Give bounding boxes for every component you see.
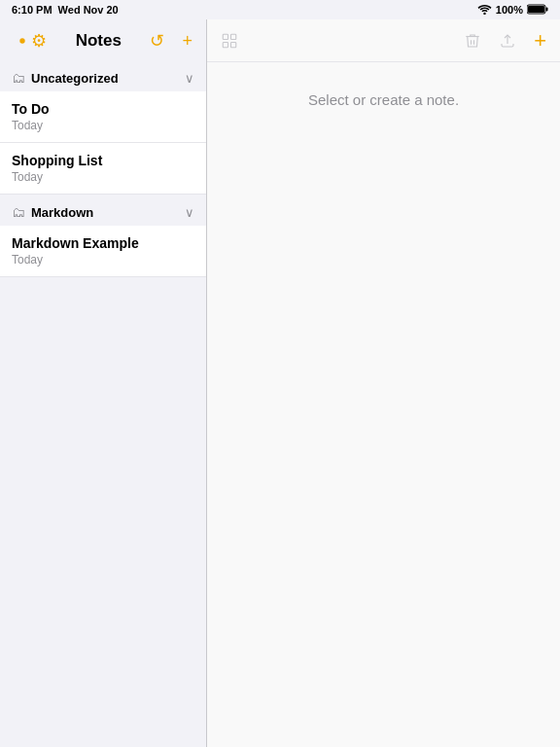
header-left: ⚙ (12, 28, 49, 53)
svg-rect-3 (528, 6, 544, 13)
folder-markdown: 🗂 Markdown ∨ Markdown Example Today (0, 196, 206, 277)
refresh-button[interactable]: ↺ (148, 28, 166, 53)
gear-icon (14, 32, 31, 50)
note-item-shopping[interactable]: Shopping List Today (0, 143, 206, 195)
svg-point-0 (483, 12, 485, 14)
refresh-icon: ↺ (150, 30, 164, 52)
folder-icon: 🗂 (12, 70, 25, 86)
right-toolbar: + (207, 19, 560, 62)
delete-button[interactable] (464, 32, 481, 50)
svg-rect-2 (546, 7, 548, 11)
notes-header: ⚙ Notes ↺ + (0, 19, 206, 62)
new-note-plus-icon: + (534, 28, 546, 53)
export-icon (499, 32, 516, 50)
note-title-shopping: Shopping List (12, 153, 194, 168)
left-panel: ⚙ Notes ↺ + 🗂 Uncategorized (0, 19, 207, 747)
folder-uncategorized: 🗂 Uncategorized ∨ To Do Today Shopping L… (0, 62, 206, 195)
note-date-markdown-example: Today (12, 253, 194, 267)
time-label: 6:10 PM (12, 4, 52, 16)
wifi-icon (477, 4, 492, 17)
note-item-markdown-example[interactable]: Markdown Example Today (0, 226, 206, 277)
svg-rect-4 (223, 34, 228, 39)
status-bar-right: 100% (477, 4, 548, 17)
chevron-down-icon: ∨ (185, 71, 194, 86)
folder-markdown-label: Markdown (31, 205, 93, 220)
folder-markdown-icon: 🗂 (12, 204, 25, 220)
plus-icon: + (182, 31, 192, 52)
note-title-todo: To Do (12, 101, 194, 117)
svg-rect-5 (231, 34, 236, 39)
header-right: ↺ + (148, 28, 194, 53)
markdown-chevron-icon: ∨ (185, 205, 194, 220)
new-note-right-button[interactable]: + (534, 28, 546, 53)
folder-header-left: 🗂 Uncategorized (12, 70, 119, 86)
right-panel: + Select or create a note. (207, 19, 560, 747)
svg-rect-6 (223, 42, 228, 47)
note-date-todo: Today (12, 119, 194, 132)
status-bar: 6:10 PM Wed Nov 20 100% (0, 0, 560, 19)
battery-icon (527, 4, 548, 17)
status-bar-left: 6:10 PM Wed Nov 20 (12, 4, 119, 16)
date-label: Wed Nov 20 (58, 4, 119, 16)
settings-button[interactable]: ⚙ (12, 28, 49, 53)
folder-markdown-header[interactable]: 🗂 Markdown ∨ (0, 196, 206, 226)
notes-title: Notes (76, 31, 122, 51)
new-note-button[interactable]: + (180, 29, 194, 53)
trash-icon (464, 32, 481, 50)
folder-uncategorized-label: Uncategorized (31, 71, 119, 86)
folder-uncategorized-header[interactable]: 🗂 Uncategorized ∨ (0, 62, 206, 91)
note-date-shopping: Today (12, 170, 194, 184)
share-button[interactable] (221, 32, 238, 50)
share-icon (221, 32, 238, 50)
export-button[interactable] (499, 32, 516, 50)
notes-list: 🗂 Uncategorized ∨ To Do Today Shopping L… (0, 62, 206, 747)
note-item-todo[interactable]: To Do Today (0, 91, 206, 143)
right-content: Select or create a note. (207, 62, 560, 747)
note-title-markdown-example: Markdown Example (12, 235, 194, 251)
svg-rect-7 (231, 42, 236, 47)
app-container: ⚙ Notes ↺ + 🗂 Uncategorized (0, 19, 560, 747)
placeholder-text: Select or create a note. (308, 91, 459, 108)
folder-markdown-header-left: 🗂 Markdown (12, 204, 93, 220)
battery-label: 100% (496, 4, 523, 16)
